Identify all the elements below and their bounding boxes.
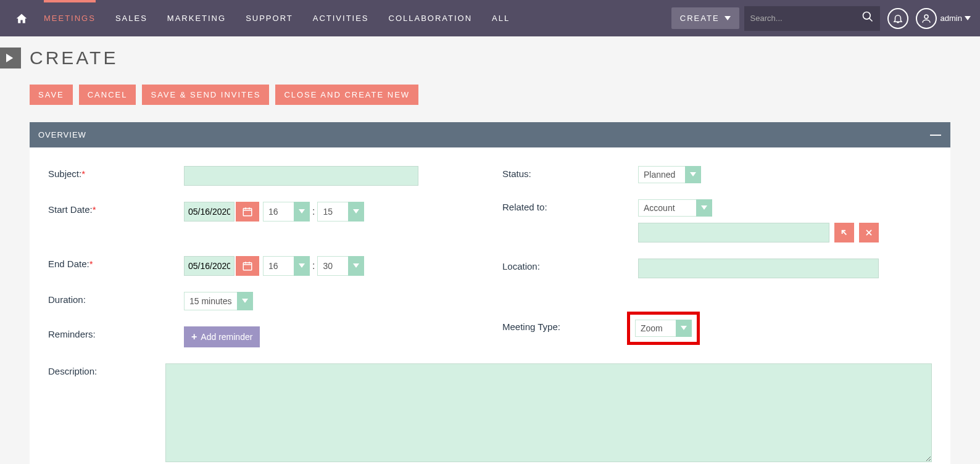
nav-label: ACTIVITIES	[313, 14, 369, 23]
start-minute-select[interactable]: 15	[317, 202, 364, 222]
end-hour-select[interactable]: 16	[263, 256, 310, 276]
subject-label: Subject:*	[48, 166, 184, 179]
topbar: MEETINGS SALES MARKETING SUPPORT ACTIVIT…	[0, 0, 980, 36]
location-input[interactable]	[638, 259, 879, 278]
nav-meetings[interactable]: MEETINGS	[34, 0, 106, 36]
subject-input[interactable]	[184, 166, 418, 186]
nav-sales[interactable]: SALES	[106, 0, 157, 36]
overview-panel-header[interactable]: OVERVIEW —	[30, 122, 950, 147]
svg-marker-18	[242, 299, 248, 303]
related-to-select[interactable]: Account	[638, 199, 712, 217]
related-to-input[interactable]	[638, 223, 829, 242]
svg-point-1	[863, 12, 870, 20]
status-select[interactable]: Planned	[638, 166, 701, 183]
related-to-pick-button[interactable]	[834, 223, 854, 242]
nav-label: COLLABORATION	[389, 14, 473, 23]
nav-label: SALES	[115, 14, 147, 23]
nav-support[interactable]: SUPPORT	[236, 0, 303, 36]
description-label: Description:	[48, 363, 165, 376]
start-hour-select[interactable]: 16	[263, 202, 310, 222]
chevron-down-icon	[965, 16, 971, 21]
start-date-calendar-button[interactable]	[236, 202, 259, 222]
nav-label: MEETINGS	[44, 14, 96, 23]
search-input[interactable]	[750, 14, 862, 23]
end-minute-value: 30	[317, 256, 348, 276]
svg-marker-16	[299, 263, 305, 268]
svg-point-3	[924, 15, 928, 19]
plus-icon: +	[191, 331, 197, 342]
chevron-down-icon	[237, 292, 253, 310]
close-create-new-button[interactable]: CLOSE AND CREATE NEW	[275, 85, 418, 105]
svg-marker-17	[353, 263, 359, 268]
end-hour-value: 16	[263, 256, 294, 276]
nav-activities[interactable]: ACTIVITIES	[303, 0, 379, 36]
save-button[interactable]: SAVE	[30, 85, 73, 105]
chevron-down-icon	[696, 199, 712, 217]
svg-line-2	[869, 19, 872, 22]
search-wrap	[744, 6, 880, 31]
arrow-up-left-icon	[839, 228, 849, 238]
user-dropdown[interactable]: admin	[941, 14, 971, 23]
bell-icon[interactable]	[887, 8, 908, 29]
description-input[interactable]	[165, 363, 932, 462]
chevron-down-icon	[676, 320, 692, 337]
home-icon[interactable]	[9, 0, 34, 36]
related-to-value: Account	[638, 199, 696, 217]
duration-select[interactable]: 15 minutes	[184, 292, 253, 310]
chevron-down-icon	[725, 16, 731, 21]
nav-label: MARKETING	[167, 14, 226, 23]
svg-marker-11	[353, 209, 359, 213]
chevron-down-icon	[348, 202, 364, 222]
time-colon: :	[312, 202, 315, 222]
chevron-down-icon	[294, 256, 310, 276]
related-to-label: Related to:	[502, 199, 638, 212]
start-hour-value: 16	[263, 202, 294, 222]
meeting-type-label: Meeting Type:	[502, 319, 638, 332]
user-name: admin	[941, 14, 962, 23]
user-icon[interactable]	[916, 8, 937, 29]
create-dropdown[interactable]: CREATE	[671, 7, 739, 29]
page-title: CREATE	[30, 48, 118, 68]
svg-marker-19	[690, 172, 696, 176]
duration-label: Duration:	[48, 292, 184, 305]
panel-title: OVERVIEW	[38, 130, 86, 139]
nav-collaboration[interactable]: COLLABORATION	[379, 0, 483, 36]
overview-panel-body: Subject:* Start Date:* 16 :	[30, 147, 950, 464]
nav-all[interactable]: ALL	[482, 0, 520, 36]
meeting-type-select[interactable]: Zoom	[635, 320, 692, 337]
calendar-icon	[242, 260, 253, 271]
related-to-clear-button[interactable]	[859, 223, 879, 242]
svg-rect-6	[243, 209, 252, 216]
cancel-button[interactable]: CANCEL	[79, 85, 136, 105]
meeting-type-value: Zoom	[635, 320, 676, 337]
expand-toggle[interactable]	[0, 48, 21, 68]
status-label: Status:	[502, 166, 638, 179]
chevron-down-icon	[294, 202, 310, 222]
location-label: Location:	[502, 259, 638, 271]
svg-marker-0	[725, 16, 731, 20]
svg-marker-4	[965, 16, 971, 20]
time-colon: :	[312, 256, 315, 276]
start-minute-value: 15	[317, 202, 348, 222]
search-icon[interactable]	[862, 10, 874, 26]
add-reminder-label: Add reminder	[201, 332, 252, 342]
start-date-input[interactable]	[184, 202, 235, 222]
end-date-input[interactable]	[184, 256, 235, 276]
duration-value: 15 minutes	[184, 292, 237, 310]
reminders-label: Reminders:	[48, 326, 184, 339]
svg-rect-12	[243, 263, 252, 270]
calendar-icon	[242, 206, 253, 217]
collapse-icon[interactable]: —	[930, 128, 942, 141]
meeting-type-highlight: Zoom	[627, 312, 700, 345]
action-bar: SAVE CANCEL SAVE & SEND INVITES CLOSE AN…	[30, 85, 950, 105]
svg-marker-20	[701, 205, 707, 210]
nav-marketing[interactable]: MARKETING	[157, 0, 236, 36]
end-minute-select[interactable]: 30	[317, 256, 364, 276]
nav-label: ALL	[492, 14, 510, 23]
add-reminder-button[interactable]: + Add reminder	[184, 326, 260, 347]
end-date-label: End Date:*	[48, 256, 184, 269]
end-date-calendar-button[interactable]	[236, 256, 259, 276]
save-send-invites-button[interactable]: SAVE & SEND INVITES	[142, 85, 269, 105]
chevron-down-icon	[348, 256, 364, 276]
nav-label: SUPPORT	[246, 14, 293, 23]
